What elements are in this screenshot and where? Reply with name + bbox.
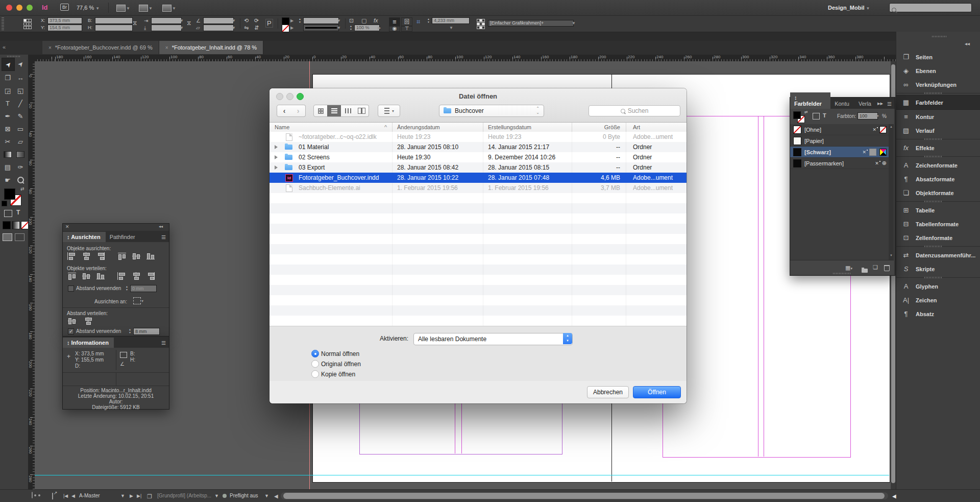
activate-dropdown[interactable]: Alle lesbaren Dokumente ▲▼ [413,333,573,345]
hand-tool[interactable]: ☛ [2,174,14,186]
ruler-origin-corner[interactable] [28,55,35,62]
close-panel-icon[interactable]: ✕ [65,224,69,229]
dock-group-handle[interactable] [924,156,943,157]
arrange-documents-icon[interactable] [162,5,172,12]
horizontal-scrollbar[interactable] [281,492,888,499]
pen-tool[interactable]: ✒ [2,110,14,122]
new-swatch-icon[interactable]: ❏ [873,264,878,271]
line-tool[interactable]: ╱ [14,97,27,109]
swatches-container-icon[interactable] [813,113,820,119]
dock-item-tabellenformate[interactable]: ⊟Tabellenformate [896,217,980,231]
rotation-angle-field[interactable] [203,17,234,24]
collapse-panel-icon[interactable]: ◂◂ [159,224,163,229]
free-transform-tool[interactable]: ▱ [14,135,27,148]
dock-item-ebenen[interactable]: ◈Ebenen [896,64,980,78]
frame-fitting-icon[interactable]: ⌗ [416,19,420,25]
scissors-tool[interactable]: ✂ [2,135,14,148]
file-row-5[interactable]: Sachbuch-Elemente.ai1. Februar 2015 19:5… [270,183,687,193]
dock-item-farbfelder[interactable]: ▦Farbfelder [896,95,980,110]
dock-item-zeichen[interactable]: A|Zeichen [896,293,980,307]
workspace-switcher[interactable]: Design_Mobil ▼ [828,5,870,11]
tab-kontur[interactable]: Kontu [830,99,854,109]
screen-mode-caret[interactable]: ▼ [149,6,153,11]
tab-farbfelder[interactable]: ↕ Farbfelder [790,92,830,109]
disclosure-triangle-icon[interactable] [275,165,278,170]
swatches-text-icon[interactable]: T [823,112,826,118]
tab-verlauf[interactable]: Verla [854,99,876,109]
column-header-size[interactable]: Größe [576,124,620,130]
column-header-name[interactable]: Name [275,124,289,130]
collapse-dock-icon[interactable]: ◂◂ [965,41,970,46]
export-share-icon[interactable] [52,493,53,499]
effects-fx-icon[interactable]: fx [374,17,378,23]
rectangle-tool[interactable]: ▭ [14,123,27,135]
y-field[interactable]: 154,5 mm [47,25,82,31]
distribute-left-icon[interactable] [117,272,127,280]
dock-group-handle[interactable] [924,277,943,278]
arrange-documents-caret[interactable]: ▼ [172,6,176,11]
align-vcenter-icon[interactable] [131,252,141,260]
last-page-button[interactable]: ▶| [137,493,141,498]
frame-tool[interactable]: ⊠ [2,123,14,135]
direct-selection-tool[interactable]: ➤ [14,58,27,70]
coverflow-view-button[interactable] [355,105,369,117]
dock-item-seiten[interactable]: ❐Seiten [896,50,980,64]
cancel-button[interactable]: Abbrechen [587,386,629,398]
spacing-stepper-1[interactable]: ▲▼ [125,285,129,291]
rotate-ccw-button[interactable]: ⟲ [244,17,249,24]
reference-point-proxy[interactable] [23,19,31,29]
cyan-ruler-guide[interactable] [35,475,889,475]
disclosure-triangle-icon[interactable] [275,145,278,149]
stroke-color-swatch[interactable] [282,25,289,32]
tab-informationen[interactable]: ↕ Informationen [63,338,114,348]
zoom-tool[interactable] [14,174,27,186]
zoom-level-dropdown[interactable]: 77,6 % ▼ [77,5,100,11]
dock-drag-handle[interactable] [932,36,947,37]
gradient-feather-tool[interactable] [14,148,27,160]
dock-item-skripte[interactable]: SSkripte [896,262,980,276]
stroke-weight-stepper[interactable]: ▲▼ [298,17,302,23]
align-top-icon[interactable] [117,252,127,260]
constrain-dimensions-chain-icon[interactable]: ⧖ [133,20,137,26]
minimize-window-button[interactable] [16,5,22,11]
back-button[interactable]: ‹ [277,105,292,117]
align-panel-menu-icon[interactable]: ☰ [158,232,169,242]
disclosure-triangle-icon[interactable] [275,155,278,159]
corner-shape-icon[interactable]: ▢ [361,17,366,24]
delete-swatch-trash-icon[interactable] [884,265,890,271]
default-fill-stroke-icon[interactable] [2,201,7,206]
dock-item-verkn-pfungen[interactable]: ∞Verknüpfungen [896,78,980,91]
note-tool[interactable]: ▤ [2,161,14,173]
tab-ausrichten[interactable]: ↕ Ausrichten [63,232,106,242]
apply-gradient-button[interactable] [12,221,20,229]
screen-mode-icon[interactable] [139,5,148,12]
radio-option-2[interactable]: Kopie öffnen [311,370,424,378]
swatches-resize-handle[interactable] [833,273,850,274]
page-dropdown[interactable]: A-Master [79,493,100,498]
preflight-caret[interactable]: ▼ [264,493,269,498]
new-swatch-view-icon[interactable]: ▦▾ [845,265,852,271]
pencil-tool[interactable]: ✎ [14,110,27,122]
column-header-created[interactable]: Erstellungsdatum [488,124,531,130]
type-tool[interactable]: T [2,97,14,109]
radio-button[interactable] [311,360,319,368]
swatch-row-passermarken[interactable]: [Passermarken]✕⊕ [790,158,889,169]
distribute-vcenter-icon[interactable] [81,272,91,280]
app-search-input[interactable] [889,3,972,12]
distribute-bottom-icon[interactable] [95,272,106,280]
gap-tool[interactable]: ↔ [14,71,27,84]
formatting-affects-container-icon[interactable] [4,210,12,217]
apply-color-button[interactable] [3,221,11,229]
radio-button[interactable] [311,370,319,378]
first-page-button[interactable]: |◀ [63,493,68,498]
distribute-hspace-icon[interactable] [83,317,93,325]
panel-drag-handle[interactable] [2,17,4,30]
file-row-0[interactable]: ~fotoratgeber...c~oq-o22.idlkHeute 19:23… [270,132,687,142]
swatch-row-schwarz[interactable]: [Schwarz]✕ [790,147,889,158]
align-bottom-icon[interactable] [145,252,156,260]
forward-button[interactable]: › [291,105,306,117]
document-tab-1[interactable]: ×*Fotoratgeber_Inhalt.indd @ 78 % [159,41,263,54]
collapse-tabs-icon[interactable]: « [3,44,6,50]
scroll-down-icon[interactable]: ▼ [890,254,893,257]
swatches-fill-proxy[interactable] [793,111,801,119]
